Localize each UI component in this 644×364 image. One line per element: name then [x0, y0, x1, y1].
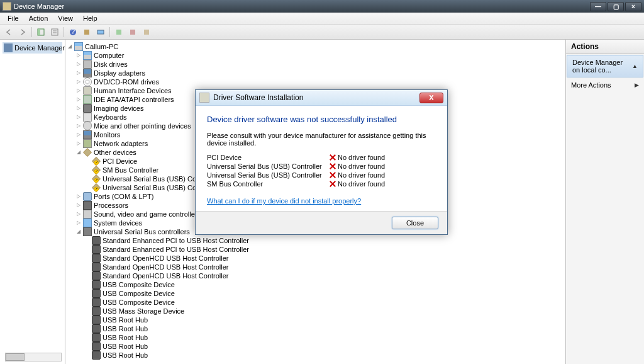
tree-category[interactable]: ▷DVD/CD-ROM drives	[67, 77, 564, 86]
tree-label: Sound, video and game controllers	[94, 210, 201, 219]
tree-device[interactable]: Standard Enhanced PCI to USB Host Contro…	[67, 236, 564, 245]
uninstall-button[interactable]	[126, 26, 139, 38]
action-device-manager[interactable]: Device Manager on local co... ▲	[567, 55, 643, 77]
update-driver-button[interactable]	[113, 26, 125, 38]
expander-icon[interactable]: ◢	[75, 149, 82, 156]
device-icon	[92, 263, 101, 271]
status-text: No driver found	[338, 154, 385, 161]
expander-spacer	[84, 167, 91, 173]
actions-header: Actions	[566, 40, 644, 54]
close-button[interactable]: ×	[625, 2, 641, 11]
dialog-heading: Device driver software was not successfu…	[207, 115, 436, 124]
properties-button[interactable]	[48, 26, 61, 38]
expander-icon[interactable]: ▷	[75, 114, 82, 120]
actions-pane: Actions Device Manager on local co... ▲ …	[566, 40, 644, 364]
expander-icon[interactable]: ▷	[75, 52, 82, 59]
action-more-actions[interactable]: More Actions ▶	[566, 78, 644, 92]
expander-icon[interactable]: ▷	[75, 132, 82, 138]
show-hide-tree-button[interactable]	[35, 26, 47, 38]
svg-rect-2	[52, 29, 58, 35]
expander-icon[interactable]: ▷	[75, 105, 82, 111]
tree-category[interactable]: ▷Display adapters	[67, 69, 564, 77]
device-status: No driver found	[329, 154, 385, 161]
expander-icon[interactable]: ◢	[75, 229, 82, 235]
tree-device[interactable]: USB Composite Device	[67, 298, 564, 307]
expander-icon[interactable]: ▷	[75, 70, 82, 76]
titlebar[interactable]: Device Manager — ▢ ×	[0, 0, 644, 13]
category-icon	[83, 104, 92, 113]
menu-help[interactable]: Help	[78, 13, 103, 23]
tree-label: PCI Device	[103, 157, 137, 166]
tree-device[interactable]: USB Root Hub	[67, 333, 564, 342]
dialog-icon	[199, 93, 209, 103]
expander-icon[interactable]: ▷	[75, 79, 82, 85]
expander-icon[interactable]: ◢	[67, 43, 73, 50]
device-status-list: PCI DeviceNo driver foundUniversal Seria…	[207, 153, 436, 188]
minimize-button[interactable]: —	[590, 2, 606, 11]
expander-icon[interactable]: ▷	[75, 193, 82, 200]
svg-rect-8	[97, 30, 104, 34]
tree-category[interactable]: ▷Computer	[67, 51, 564, 60]
expander-icon[interactable]: ▷	[75, 96, 82, 103]
tree-device[interactable]: Standard OpenHCD USB Host Controller	[67, 263, 564, 271]
tree-label: Standard OpenHCD USB Host Controller	[103, 271, 229, 280]
dialog-close-button[interactable]: X	[419, 93, 443, 103]
tree-device[interactable]: Standard Enhanced PCI to USB Host Contro…	[67, 245, 564, 254]
tree-label: Callum-PC	[85, 42, 118, 51]
tree-label: Standard Enhanced PCI to USB Host Contro…	[103, 245, 249, 254]
close-button[interactable]: Close	[392, 217, 438, 229]
scrollbar-thumb[interactable]	[6, 353, 25, 361]
back-button[interactable]	[3, 26, 15, 38]
forward-button[interactable]	[16, 26, 29, 38]
scan-button[interactable]	[94, 26, 107, 38]
tree-device[interactable]: USB Composite Device	[67, 280, 564, 289]
tree-device[interactable]: USB Composite Device	[67, 289, 564, 298]
tree-label: USB Root Hub	[103, 324, 148, 333]
expander-spacer	[84, 273, 91, 279]
tree-device[interactable]: USB Mass Storage Device	[67, 307, 564, 316]
menu-action[interactable]: Action	[24, 13, 53, 23]
toolbar: ?	[0, 25, 644, 40]
dialog-body: Device driver software was not successfu…	[196, 106, 447, 211]
status-text: No driver found	[338, 171, 385, 179]
expander-icon[interactable]: ▷	[75, 123, 82, 129]
help-button[interactable]: ?	[67, 26, 79, 38]
help-link[interactable]: What can I do if my device did not insta…	[207, 197, 361, 205]
tree-label: Imaging devices	[94, 104, 144, 113]
toolbar-separator	[64, 27, 64, 37]
error-icon	[329, 180, 336, 188]
svg-rect-7	[84, 30, 89, 35]
tree-label: USB Mass Storage Device	[103, 307, 184, 316]
menu-view[interactable]: View	[53, 13, 78, 23]
device-icon	[92, 183, 101, 192]
horizontal-scrollbar[interactable]	[5, 353, 62, 361]
expander-spacer	[84, 176, 91, 182]
tree-device[interactable]: Standard OpenHCD USB Host Controller	[67, 254, 564, 263]
expander-icon[interactable]: ▷	[75, 211, 82, 217]
dialog-titlebar[interactable]: Driver Software Installation X	[196, 90, 447, 106]
maximize-button[interactable]: ▢	[608, 2, 624, 11]
nav-device-manager[interactable]: Device Manager on	[3, 42, 62, 54]
tree-category[interactable]: ▷Disk drives	[67, 60, 564, 69]
device-status: No driver found	[329, 162, 385, 170]
tree-device[interactable]: USB Root Hub	[67, 324, 564, 333]
device-status-row: PCI DeviceNo driver found	[207, 153, 436, 162]
tree-label: USB Root Hub	[103, 342, 148, 351]
tree-device[interactable]: USB Root Hub	[67, 316, 564, 324]
menu-file[interactable]: File	[3, 13, 24, 23]
expander-icon[interactable]: ▷	[75, 220, 82, 226]
toolbar-button[interactable]	[80, 26, 93, 38]
tree-device[interactable]: USB Root Hub	[67, 342, 564, 351]
category-icon	[83, 60, 92, 69]
expander-icon[interactable]: ▷	[75, 88, 82, 94]
device-icon	[92, 280, 101, 289]
expander-icon[interactable]: ▷	[75, 61, 82, 67]
expander-icon[interactable]: ▷	[75, 140, 82, 147]
tree-device[interactable]: USB Root Hub	[67, 351, 564, 360]
toolbar-button[interactable]	[140, 26, 153, 38]
tree-device[interactable]: Standard OpenHCD USB Host Controller	[67, 271, 564, 280]
category-icon	[83, 210, 92, 219]
expander-icon[interactable]: ▷	[75, 202, 82, 208]
tree-root[interactable]: ◢Callum-PC	[67, 42, 564, 51]
tree-label: Other devices	[94, 148, 136, 157]
